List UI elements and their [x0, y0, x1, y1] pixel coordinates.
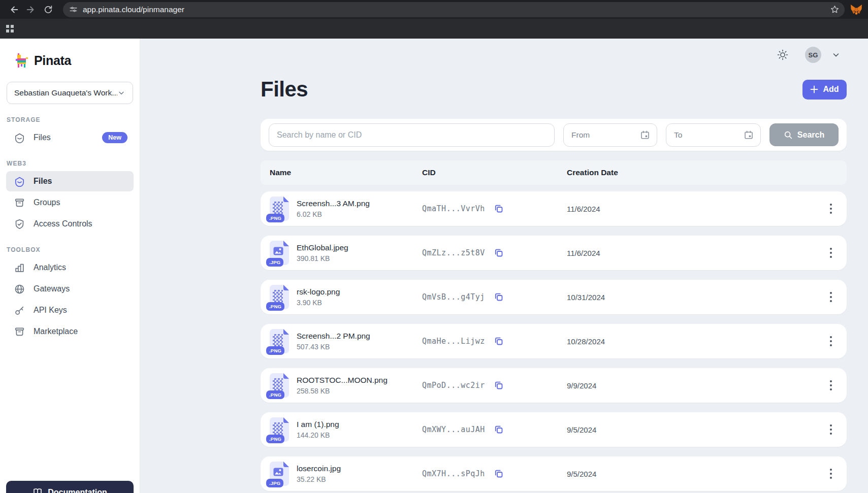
sidebar-item-api-keys[interactable]: API Keys [6, 300, 134, 320]
sidebar-item-access-controls[interactable]: Access Controls [6, 214, 134, 234]
row-menu-button[interactable] [828, 422, 834, 437]
file-ext-badge: .PNG [266, 390, 284, 399]
copy-icon [493, 468, 504, 479]
file-creation-date: 10/28/2024 [567, 337, 824, 346]
file-cid: QmZLz...z5t8V [422, 248, 485, 257]
file-type-icon: .JPG [270, 241, 289, 265]
section-toolbox-label: TOOLBOX [7, 246, 133, 253]
row-menu-button[interactable] [828, 202, 834, 216]
row-menu-button[interactable] [828, 290, 834, 304]
apps-grid-icon[interactable] [6, 25, 14, 32]
account-menu-button[interactable] [831, 50, 841, 59]
row-menu-button[interactable] [828, 378, 834, 392]
file-type-icon: .PNG [270, 417, 289, 442]
metamask-extension-icon[interactable] [850, 3, 863, 16]
sidebar-item-label: API Keys [34, 306, 67, 315]
new-badge: New [102, 132, 127, 143]
file-creation-date: 9/5/2024 [567, 425, 824, 434]
copy-cid-button[interactable] [493, 468, 504, 479]
bar-chart-icon [14, 262, 25, 273]
column-cid: CID [422, 168, 567, 177]
copy-icon [493, 336, 504, 347]
plus-icon [810, 85, 818, 93]
table-row[interactable]: .PNG I am (1).png 144.20 KB QmXWY...auJA… [261, 412, 847, 447]
copy-cid-button[interactable] [493, 336, 504, 347]
reload-icon [43, 5, 53, 15]
add-button[interactable]: Add [802, 80, 847, 100]
copy-icon [493, 203, 504, 214]
key-icon [14, 305, 25, 316]
user-avatar[interactable]: SG [805, 47, 821, 63]
file-cid: QmPoD...wc2ir [422, 381, 485, 390]
table-header: Name CID Creation Date [261, 160, 847, 185]
file-cid: QmX7H...sPqJh [422, 469, 485, 478]
file-creation-date: 9/5/2024 [567, 470, 824, 478]
copy-cid-button[interactable] [493, 203, 504, 214]
date-from-input[interactable]: From [563, 123, 657, 147]
row-menu-button[interactable] [828, 246, 834, 260]
column-creation-date: Creation Date [567, 168, 824, 177]
site-settings-icon[interactable] [69, 5, 78, 14]
copy-cid-button[interactable] [493, 291, 504, 303]
copy-cid-button[interactable] [493, 424, 504, 435]
sidebar-item-storage-files[interactable]: Files New [6, 127, 134, 148]
sidebar-item-label: Groups [34, 198, 60, 207]
sidebar: Pinata Sebastian Guaqueta's Work... STOR… [0, 39, 140, 493]
globe-icon [14, 284, 25, 294]
copy-cid-button[interactable] [493, 247, 504, 258]
sidebar-item-analytics[interactable]: Analytics [6, 257, 134, 278]
files-icon [14, 133, 25, 143]
file-name: rsk-logo.png [297, 287, 340, 297]
theme-toggle-button[interactable] [777, 49, 789, 61]
table-row[interactable]: .JPG losercoin.jpg 35.22 KB QmX7H...sPqJ… [261, 456, 847, 491]
copy-cid-button[interactable] [493, 380, 504, 391]
file-name: ROOTSTOC...MOON.png [297, 376, 388, 385]
workspace-selector[interactable]: Sebastian Guaqueta's Work... [7, 82, 133, 104]
search-button[interactable]: Search [769, 123, 839, 146]
groups-icon [14, 198, 25, 208]
browser-forward-button[interactable] [22, 2, 40, 17]
copy-icon [493, 424, 504, 435]
file-ext-badge: .JPG [266, 258, 283, 267]
file-creation-date: 9/9/2024 [567, 381, 824, 390]
from-placeholder: From [571, 130, 640, 140]
row-menu-button[interactable] [828, 467, 834, 481]
workspace-name: Sebastian Guaqueta's Work... [14, 88, 117, 97]
search-input[interactable] [269, 123, 555, 147]
file-name: EthGlobal.jpeg [297, 243, 348, 252]
to-placeholder: To [674, 130, 744, 140]
browser-back-button[interactable] [5, 2, 22, 17]
add-button-label: Add [823, 85, 839, 94]
table-row[interactable]: .PNG rsk-logo.png 3.90 KB QmVsB...g4Tyj … [261, 280, 847, 314]
table-row[interactable]: .JPG EthGlobal.jpeg 390.81 KB QmZLz...z5… [261, 236, 847, 270]
file-cid: QmaHe...Lijwz [422, 337, 485, 346]
sidebar-item-label: Marketplace [34, 327, 78, 336]
bookmark-star-icon[interactable] [830, 5, 840, 14]
url-text: app.pinata.cloud/pinmanager [83, 5, 830, 14]
file-name: Screensh...2 PM.png [297, 332, 370, 341]
forward-arrow-icon [25, 4, 37, 15]
search-bar: From To Search [261, 119, 847, 151]
sidebar-item-web3-files[interactable]: Files [6, 171, 134, 191]
table-row[interactable]: .PNG Screensh...2 PM.png 507.43 KB QmaHe… [261, 324, 847, 358]
column-name: Name [270, 168, 422, 177]
files-icon [14, 176, 25, 187]
row-menu-button[interactable] [828, 334, 834, 348]
sidebar-item-label: Gateways [34, 284, 70, 293]
documentation-label: Documentation [48, 488, 107, 493]
browser-reload-button[interactable] [40, 2, 57, 17]
sidebar-item-groups[interactable]: Groups [6, 192, 134, 213]
file-type-icon: .PNG [270, 285, 289, 309]
documentation-button[interactable]: Documentation [6, 481, 134, 493]
sidebar-item-gateways[interactable]: Gateways [6, 279, 134, 299]
sidebar-item-marketplace[interactable]: Marketplace [6, 321, 134, 342]
table-row[interactable]: .PNG ROOTSTOC...MOON.png 258.58 KB QmPoD… [261, 368, 847, 403]
date-to-input[interactable]: To [666, 123, 761, 147]
file-name: Screensh...3 AM.png [297, 199, 370, 208]
sidebar-item-label: Analytics [34, 263, 66, 272]
back-arrow-icon [8, 4, 19, 15]
table-row[interactable]: .PNG Screensh...3 AM.png 6.02 KB QmaTH..… [261, 191, 847, 226]
browser-url-bar[interactable]: app.pinata.cloud/pinmanager [63, 2, 845, 17]
file-table: .PNG Screensh...3 AM.png 6.02 KB QmaTH..… [261, 191, 847, 491]
avatar-initials: SG [809, 51, 818, 59]
